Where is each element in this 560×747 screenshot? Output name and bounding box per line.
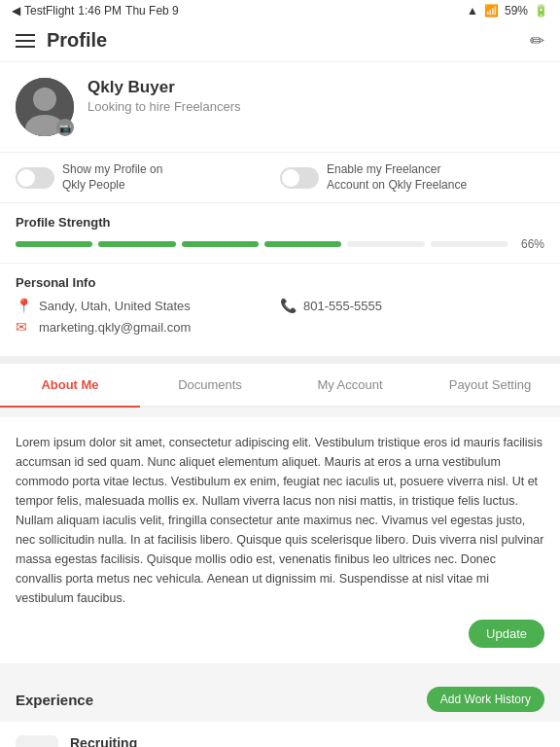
header: Profile ✏ bbox=[0, 21, 560, 62]
experience-header: Experience Add Work History bbox=[0, 673, 560, 722]
user-name: Qkly Buyer bbox=[88, 78, 241, 97]
freelancer-toggle-item: Enable my FreelancerAccount on Qkly Free… bbox=[280, 162, 544, 193]
page-title: Profile bbox=[47, 29, 107, 52]
back-arrow: ◀ bbox=[12, 4, 20, 18]
status-bar: ◀ TestFlight 1:46 PM Thu Feb 9 ▲ 📶 59% 🔋 bbox=[0, 0, 560, 21]
personal-info: Personal Info 📍 Sandy, Utah, United Stat… bbox=[0, 264, 560, 364]
hamburger-line-2 bbox=[16, 40, 35, 42]
battery-icon: 🔋 bbox=[534, 4, 548, 18]
experience-card: Qkly Recruiting Qkly Oct 2018 - present … bbox=[0, 722, 560, 747]
company-logo: Qkly bbox=[16, 735, 58, 747]
add-work-history-button[interactable]: Add Work History bbox=[427, 687, 544, 712]
tab-my-account[interactable]: My Account bbox=[280, 364, 420, 408]
header-left: Profile bbox=[16, 29, 107, 52]
info-grid: 📍 Sandy, Utah, United States ✉ marketing… bbox=[16, 298, 544, 340]
update-btn-container: Update bbox=[16, 620, 544, 648]
strength-section: Profile Strength 66% bbox=[0, 203, 560, 264]
exp-header: Qkly Recruiting Qkly Oct 2018 - present … bbox=[16, 735, 544, 747]
svg-point-1 bbox=[33, 88, 56, 111]
update-button[interactable]: Update bbox=[469, 620, 544, 648]
profile-toggle[interactable] bbox=[16, 167, 54, 189]
date: Thu Feb 9 bbox=[125, 4, 179, 18]
location-row: 📍 Sandy, Utah, United States bbox=[16, 298, 280, 313]
hamburger-line-3 bbox=[16, 46, 35, 48]
strength-percent: 66% bbox=[521, 237, 544, 251]
hamburger-line-1 bbox=[16, 34, 35, 36]
edit-icon[interactable]: ✏ bbox=[530, 30, 544, 52]
strength-bar-6 bbox=[431, 241, 508, 247]
content-area: Lorem ipsum dolor sit amet, consectetur … bbox=[0, 417, 560, 747]
exp-title: Recruiting bbox=[70, 735, 182, 747]
avatar-container: 📷 bbox=[16, 78, 74, 136]
bio-text: Lorem ipsum dolor sit amet, consectetur … bbox=[16, 433, 544, 608]
tab-documents[interactable]: Documents bbox=[140, 364, 280, 408]
exp-info: Recruiting Qkly Oct 2018 - present 📍 Sal… bbox=[70, 735, 182, 747]
toggle-row: Show my Profile onQkly People Enable my … bbox=[0, 153, 560, 203]
strength-bar-3 bbox=[182, 241, 259, 247]
strength-bar-1 bbox=[16, 241, 92, 247]
strength-bar-4 bbox=[264, 241, 341, 247]
email-text: marketing.qkly@gmail.com bbox=[39, 320, 191, 335]
phone-text: 801-555-5555 bbox=[303, 299, 382, 313]
freelancer-toggle-label: Enable my FreelancerAccount on Qkly Free… bbox=[327, 162, 467, 193]
strength-label: Profile Strength bbox=[16, 215, 544, 230]
tabs: About Me Documents My Account Payout Set… bbox=[0, 364, 560, 408]
strength-bar-2 bbox=[98, 241, 175, 247]
profile-info: Qkly Buyer Looking to hire Freelancers bbox=[88, 78, 241, 114]
profile-toggle-item: Show my Profile onQkly People bbox=[16, 162, 280, 193]
status-left: ◀ TestFlight 1:46 PM Thu Feb 9 bbox=[12, 4, 179, 18]
freelancer-toggle[interactable] bbox=[280, 167, 319, 189]
email-row: ✉ marketing.qkly@gmail.com bbox=[16, 319, 280, 335]
profile-toggle-label: Show my Profile onQkly People bbox=[62, 162, 162, 193]
experience-title: Experience bbox=[16, 692, 93, 708]
hamburger-menu[interactable] bbox=[16, 34, 35, 48]
user-tagline: Looking to hire Freelancers bbox=[88, 99, 241, 114]
time: 1:46 PM bbox=[78, 4, 122, 18]
strength-bar-5 bbox=[347, 241, 424, 247]
personal-info-title: Personal Info bbox=[16, 275, 544, 290]
profile-section: 📷 Qkly Buyer Looking to hire Freelancers bbox=[0, 62, 560, 153]
status-right: ▲ 📶 59% 🔋 bbox=[467, 4, 548, 18]
info-col-right: 📞 801-555-5555 bbox=[280, 298, 544, 340]
tab-payout-setting[interactable]: Payout Setting bbox=[420, 364, 560, 408]
bio-card: Lorem ipsum dolor sit amet, consectetur … bbox=[0, 417, 560, 663]
phone-row: 📞 801-555-5555 bbox=[280, 298, 544, 313]
tab-about-me[interactable]: About Me bbox=[0, 364, 140, 408]
battery: 59% bbox=[505, 4, 528, 18]
wifi-icon: ▲ bbox=[467, 4, 478, 18]
strength-bars: 66% bbox=[16, 237, 544, 251]
camera-badge[interactable]: 📷 bbox=[56, 119, 74, 136]
signal-icon: 📶 bbox=[484, 4, 499, 18]
email-icon: ✉ bbox=[16, 319, 31, 335]
location-text: Sandy, Utah, United States bbox=[39, 299, 191, 313]
carrier: TestFlight bbox=[24, 4, 74, 18]
location-icon: 📍 bbox=[16, 298, 31, 313]
info-col-left: 📍 Sandy, Utah, United States ✉ marketing… bbox=[16, 298, 280, 340]
phone-icon: 📞 bbox=[280, 298, 296, 313]
